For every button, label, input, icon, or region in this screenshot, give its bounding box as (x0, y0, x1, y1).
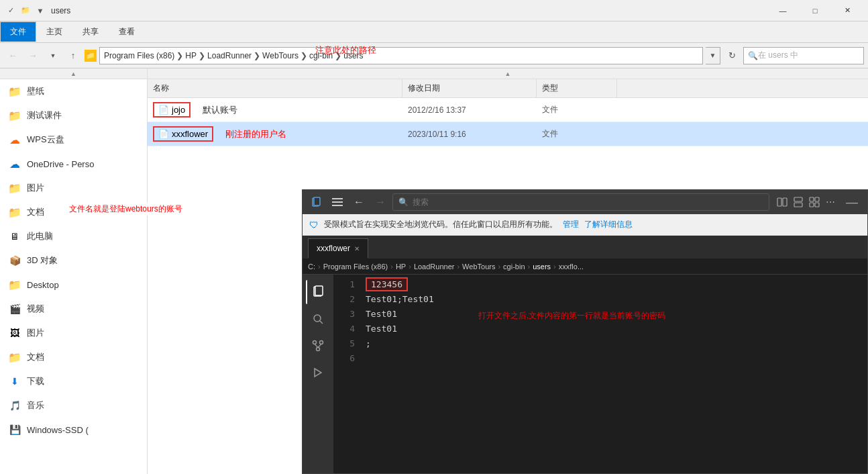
layout-split-v-icon[interactable] (775, 195, 790, 209)
bc-part-users: users (533, 263, 551, 271)
sidebar-label: 下载 (27, 375, 44, 387)
sidebar-item-wps-cloud[interactable]: ☁ WPS云盘 (0, 128, 147, 152)
sidebar-item-downloads[interactable]: ⬇ 下载 (0, 369, 147, 393)
title-bar-controls: — □ ✕ (767, 0, 863, 21)
learn-more-link[interactable]: 了解详细信息 (584, 219, 633, 230)
scroll-up-indicator[interactable]: ▲ (0, 68, 147, 79)
code-line-2: Test01;Test01 (366, 292, 862, 307)
sidebar-item-3d-objects[interactable]: 📦 3D 对象 (0, 248, 147, 273)
svg-rect-6 (783, 198, 787, 206)
vscode-minimize-icon[interactable]: — (840, 195, 863, 209)
layout-split-h-icon[interactable] (791, 195, 806, 209)
sidebar-item-windows-ssd[interactable]: 💾 Windows-SSD ( (0, 418, 147, 442)
bc-part-hp: HP (396, 263, 406, 271)
vscode-search-placeholder: 搜索 (413, 197, 429, 208)
layout-more-icon[interactable]: ⋯ (823, 195, 838, 209)
code-line-4: Test01 (366, 322, 862, 336)
col-header-date[interactable]: 修改日期 (402, 79, 537, 97)
svg-line-21 (318, 344, 321, 348)
minimize-button[interactable]: — (767, 0, 798, 21)
vscode-back-icon[interactable]: ← (349, 193, 368, 211)
bc-part-webtours: WebTours (462, 263, 495, 271)
sidebar-item-pictures[interactable]: 📁 图片 (0, 176, 147, 200)
security-bar: 🛡 受限模式旨在实现安全地浏览代码。信任此窗口以启用所有功能。 管理 了解详细信… (303, 214, 867, 236)
maximize-button[interactable]: □ (800, 0, 830, 21)
code-line-1: 123456 (366, 277, 862, 292)
breadcrumb-loadrunner: LoadRunner (207, 51, 252, 60)
sidebar-item-music[interactable]: 🎵 音乐 (0, 393, 147, 418)
dropdown-arrow[interactable]: ▼ (44, 47, 62, 64)
window: ✓ 📁 ▼ users — □ ✕ 文件 主页 共享 查看 注意此处的路径 ← … (0, 0, 868, 474)
vscode-tab-label: xxxflower (317, 244, 350, 253)
sidebar-item-this-pc[interactable]: 🖥 此电脑 (0, 224, 147, 248)
sidebar-label: Desktop (27, 280, 59, 290)
vscode-explorer-icon[interactable] (307, 193, 325, 211)
search-icon: 🔍 (748, 51, 758, 60)
address-expand-btn[interactable]: ▼ (706, 47, 720, 64)
search-box[interactable]: 🔍 在 users 中 (743, 47, 864, 64)
scroll-up-indicator-file[interactable]: ▲ (148, 68, 868, 79)
sidebar: ▲ 📁 壁纸 📁 测试课件 ☁ WPS云盘 ☁ OneDrive - Perso… (0, 68, 148, 474)
code-content: 123456 Test01;Test01 Test01 Test01 ; (360, 275, 867, 473)
tab-file[interactable]: 文件 (0, 21, 36, 42)
sidebar-label: 图片 (27, 327, 44, 339)
tab-share[interactable]: 共享 (72, 21, 109, 42)
col-header-type[interactable]: 类型 (537, 79, 617, 97)
sidebar-label: Windows-SSD ( (27, 425, 89, 435)
breadcrumb-program-files: Program Files (x86) (104, 51, 174, 60)
file-type-jojo: 文件 (537, 104, 617, 115)
file-row-jojo[interactable]: 📄 jojo 默认账号 2012/2/16 13:37 文件 (148, 98, 868, 122)
forward-button[interactable]: → (24, 47, 42, 64)
manage-link[interactable]: 管理 (563, 219, 579, 230)
tab-home[interactable]: 主页 (36, 21, 72, 42)
sidebar-item-onedrive[interactable]: ☁ OneDrive - Perso (0, 152, 147, 176)
sidebar-label: 图片 (27, 182, 44, 194)
tab-view[interactable]: 查看 (109, 21, 145, 42)
sidebar-item-desktop[interactable]: 📁 Desktop (0, 273, 147, 297)
xxxflower-annotation: 刚注册的用户名 (225, 128, 286, 140)
up-button[interactable]: ↑ (64, 47, 82, 64)
sidebar-item-images[interactable]: 🖼 图片 (0, 321, 147, 345)
code-area: 1 2 3 4 5 6 123456 Test01;Test01 Test01 … (333, 275, 867, 473)
file-row-xxxflower[interactable]: 📄 xxxflower 刚注册的用户名 2023/10/11 9:16 文件 (148, 122, 868, 146)
vscode-menu-icon[interactable] (328, 193, 347, 211)
code-line-3: Test01 (366, 307, 862, 322)
title-bar-icons: ✓ 📁 ▼ (5, 5, 46, 16)
jojo-annotation: 默认账号 (203, 104, 237, 116)
sidebar-item-docs2[interactable]: 📁 文档 (0, 345, 147, 369)
file-name-jojo: 📄 jojo 默认账号 (148, 102, 402, 117)
code-line-6 (366, 351, 862, 366)
run-activity-icon[interactable] (306, 361, 330, 385)
layout-grid-icon[interactable] (807, 195, 822, 209)
close-button[interactable]: ✕ (832, 0, 863, 21)
search-activity-icon[interactable] (306, 307, 330, 331)
svg-point-15 (314, 315, 321, 322)
sidebar-label: WPS云盘 (27, 134, 64, 146)
onedrive-icon: ☁ (8, 157, 21, 171)
vscode-tab-xxxflower[interactable]: xxxflower ✕ (308, 238, 368, 258)
vscode-search-icon: 🔍 (398, 197, 409, 207)
refresh-button[interactable]: ↻ (723, 47, 741, 64)
svg-rect-2 (332, 198, 343, 199)
explorer-activity-icon[interactable] (306, 280, 330, 304)
svg-rect-1 (314, 197, 320, 205)
address-bar[interactable]: Program Files (x86) ❯ HP ❯ LoadRunner ❯ … (99, 47, 703, 64)
back-button[interactable]: ← (4, 47, 21, 64)
svg-rect-10 (815, 197, 819, 201)
folder-icon: 📁 (8, 278, 21, 291)
vscode-search-box[interactable]: 🔍 搜索 (392, 193, 769, 211)
image-icon: 🖼 (8, 326, 21, 340)
col-header-name[interactable]: 名称 (148, 79, 402, 97)
vscode-tab-close[interactable]: ✕ (354, 245, 360, 252)
window-icon-dropdown: ▼ (35, 5, 46, 16)
sidebar-label: 视频 (27, 303, 44, 315)
line-numbers: 1 2 3 4 5 6 (333, 275, 360, 473)
source-control-activity-icon[interactable] (306, 334, 330, 358)
vscode-forward-icon[interactable]: → (371, 193, 390, 211)
file-name-xxxflower: 📄 xxxflower 刚注册的用户名 (148, 126, 402, 142)
sidebar-item-videos[interactable]: 🎬 视频 (0, 297, 147, 321)
sidebar-item-wallpaper[interactable]: 📁 壁纸 (0, 79, 147, 103)
sidebar-item-test-course[interactable]: 📁 测试课件 (0, 103, 147, 128)
bc-part-xxxflo: xxxflo... (559, 263, 584, 271)
jojo-label: jojo (172, 105, 185, 115)
